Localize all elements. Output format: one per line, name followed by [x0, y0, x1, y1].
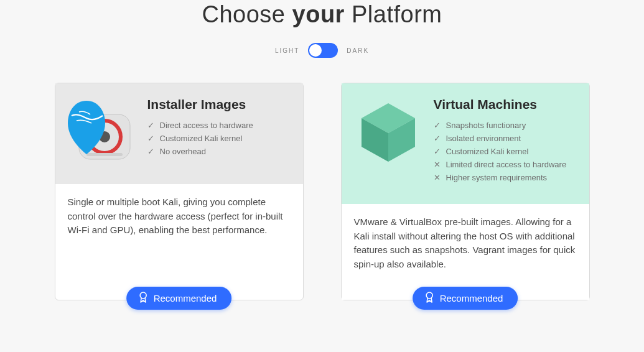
card-title: Virtual Machines [434, 97, 577, 112]
check-icon: ✓ [147, 121, 155, 131]
feature-text: Snapshots functionary [446, 121, 526, 131]
badge-label: Recommended [154, 293, 217, 303]
feature-item: ✕Limited direct access to hardware [434, 160, 577, 170]
theme-dark-label: DARK [347, 47, 369, 54]
card-body: Installer Images ✓Direct access to hardw… [147, 97, 291, 160]
feature-text: Higher system requirements [446, 173, 548, 183]
theme-toggle-knob [309, 44, 322, 57]
award-icon [139, 292, 147, 305]
card-virtual-machines[interactable]: Virtual Machines ✓Snapshots functionary … [341, 83, 590, 300]
svg-point-4 [140, 292, 146, 299]
feature-item: ✓Isolated environment [434, 134, 577, 144]
feature-text: Customized Kali kernel [160, 134, 243, 144]
platform-cards: Installer Images ✓Direct access to hardw… [0, 83, 644, 300]
title-post: Platform [345, 1, 442, 27]
feature-item: ✕Higher system requirements [434, 173, 577, 183]
feature-list: ✓Snapshots functionary ✓Isolated environ… [434, 121, 577, 183]
award-icon [425, 292, 434, 305]
installer-icon [68, 97, 136, 165]
svg-rect-3 [86, 153, 123, 156]
feature-list: ✓Direct access to hardware ✓Customized K… [147, 121, 291, 157]
feature-text: Customized Kali kernel [446, 147, 529, 157]
check-icon: ✓ [434, 134, 441, 144]
check-icon: ✓ [147, 134, 155, 144]
theme-toggle[interactable] [308, 43, 338, 58]
cross-icon: ✕ [434, 160, 441, 170]
theme-switcher: LIGHT DARK [0, 43, 644, 58]
feature-item: ✓Customized Kali kernel [434, 147, 577, 157]
card-installer-images[interactable]: Installer Images ✓Direct access to hardw… [55, 83, 304, 300]
feature-item: ✓Customized Kali kernel [147, 134, 291, 144]
card-top: Installer Images ✓Direct access to hardw… [55, 83, 303, 184]
cross-icon: ✕ [434, 173, 441, 183]
check-icon: ✓ [147, 147, 155, 157]
feature-text: Direct access to hardware [160, 121, 253, 131]
feature-item: ✓Snapshots functionary [434, 121, 577, 131]
feature-text: Limited direct access to hardware [446, 160, 567, 170]
card-description: Single or multiple boot Kali, giving you… [55, 184, 303, 266]
page-title: Choose your Platform [0, 1, 644, 28]
title-bold: your [292, 1, 345, 27]
card-body: Virtual Machines ✓Snapshots functionary … [434, 97, 577, 185]
recommended-badge[interactable]: Recommended [126, 287, 232, 310]
feature-text: No overhead [160, 147, 206, 157]
recommended-badge[interactable]: Recommended [413, 287, 518, 310]
feature-item: ✓No overhead [147, 147, 291, 157]
title-pre: Choose [202, 1, 292, 27]
feature-text: Isolated environment [446, 134, 521, 144]
check-icon: ✓ [434, 147, 441, 157]
check-icon: ✓ [434, 121, 441, 131]
svg-point-8 [426, 292, 432, 299]
theme-light-label: LIGHT [275, 47, 299, 54]
card-top: Virtual Machines ✓Snapshots functionary … [342, 83, 589, 204]
feature-item: ✓Direct access to hardware [147, 121, 291, 131]
vm-cube-icon [354, 97, 422, 165]
card-description: VMware & VirtualBox pre-built images. Al… [342, 204, 589, 300]
card-title: Installer Images [147, 97, 291, 112]
badge-label: Recommended [440, 293, 503, 303]
